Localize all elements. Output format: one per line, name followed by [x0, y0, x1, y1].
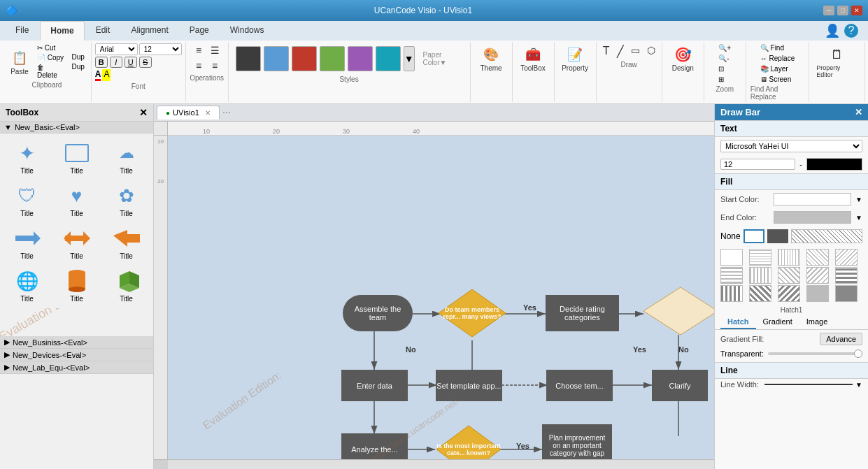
line-width-dropdown[interactable]: ▼	[855, 381, 862, 389]
hatch-9[interactable]	[835, 267, 858, 284]
toolbox-item-star[interactable]: ✦ Title	[3, 136, 51, 178]
hatch-6[interactable]	[749, 267, 771, 284]
align-center-button[interactable]: ☰	[208, 43, 222, 57]
node-plan-improvement[interactable]: Plan improvement on an important categor…	[542, 424, 612, 459]
swatch-expand[interactable]: ▼	[404, 46, 415, 71]
hatch-tab-image[interactable]: Image	[799, 315, 835, 329]
node-choose-template[interactable]: Choose tem...	[546, 370, 613, 401]
hatch-pattern-cell-1[interactable]	[791, 229, 862, 243]
toolbox-item-arrow2[interactable]: Title	[52, 222, 101, 263]
draw-bar-font-select[interactable]: Microsoft YaHei UI	[720, 140, 862, 152]
start-color-dropdown[interactable]: ▼	[855, 196, 862, 203]
expand-icon[interactable]: ⋯	[222, 108, 231, 117]
transparent-slider-thumb[interactable]	[854, 349, 862, 358]
toolbox-section-business[interactable]: ▶ New_Businiss-<Eval>	[0, 336, 153, 349]
toolbox-item-shield[interactable]: 🛡 Title	[3, 179, 51, 220]
draw-bar-close-icon[interactable]: ✕	[855, 107, 862, 117]
underline-button[interactable]: U	[124, 57, 137, 68]
draw-shape-button[interactable]: ⬡	[644, 43, 658, 59]
help-icon[interactable]: ?	[844, 24, 858, 38]
hatch-0[interactable]	[720, 249, 743, 266]
toolbox-button[interactable]: 🧰 ToolBox	[518, 43, 548, 73]
hatch-selected-cell[interactable]	[744, 229, 764, 243]
toolbox-item-cylinder[interactable]: Title	[52, 264, 101, 305]
hatch-11[interactable]	[749, 285, 771, 302]
find-button[interactable]: 🔍 Find	[758, 43, 797, 52]
font-color-picker[interactable]	[806, 158, 862, 171]
end-color-box[interactable]	[774, 211, 851, 224]
hatch-14[interactable]	[835, 285, 858, 302]
layer-button[interactable]: 📚 Layer	[758, 64, 797, 73]
node-decide-rating[interactable]: Decide rating categories	[546, 295, 619, 331]
tab-edit[interactable]: Edit	[86, 21, 120, 41]
swatch-cyan[interactable]	[376, 46, 401, 71]
h-scrollbar[interactable]	[168, 460, 714, 469]
swatch-red[interactable]	[292, 46, 317, 71]
tab-alignment[interactable]: Alignment	[121, 21, 178, 41]
dup-button-2[interactable]: Dup	[70, 62, 87, 71]
font-size-select[interactable]: 12	[139, 43, 182, 55]
zoom-reset-button[interactable]: ⊞	[716, 75, 733, 84]
hatch-5[interactable]	[720, 267, 743, 284]
delete-button[interactable]: 🗑 Delete	[35, 63, 67, 80]
strikethrough-button[interactable]: S	[139, 57, 152, 68]
tab-file[interactable]: File	[6, 21, 38, 41]
swatch-green[interactable]	[320, 46, 345, 71]
node-clarify[interactable]: Clarify	[652, 370, 708, 401]
theme-button[interactable]: 🎨 Theme	[477, 43, 504, 73]
canvas-tab-close[interactable]: ✕	[205, 109, 211, 117]
toolbox-item-cloud[interactable]: ☁ Title	[102, 136, 150, 178]
node-analyze[interactable]: Analyze the...	[341, 433, 408, 459]
italic-button[interactable]: I	[110, 57, 122, 68]
toolbox-section-basic[interactable]: ▼ New_Basic-<Eval>	[0, 122, 153, 134]
toolbox-section-lab[interactable]: ▶ New_Lab_Equ-<Eval>	[0, 361, 153, 374]
hatch-13[interactable]	[806, 285, 829, 302]
property-editor-button[interactable]: 🗒 Property Editor	[813, 43, 860, 80]
hatch-7[interactable]	[778, 267, 800, 284]
dup-button-1[interactable]: Dup	[70, 52, 87, 62]
maximize-button[interactable]: □	[837, 6, 848, 15]
hatch-tab-gradient[interactable]: Gradient	[756, 315, 799, 329]
draw-rect-button[interactable]: ▭	[628, 43, 643, 59]
hatch-1[interactable]	[749, 249, 771, 266]
hatch-12[interactable]	[778, 285, 800, 302]
swatch-dark[interactable]	[236, 46, 261, 71]
zoom-out-button[interactable]: 🔍-	[716, 54, 733, 63]
align-justify-button[interactable]: ≡	[208, 59, 222, 73]
property-button[interactable]: 📝 Property	[559, 43, 591, 73]
toolbox-item-flower[interactable]: ✿ Title	[102, 179, 150, 220]
toolbox-item-box3d[interactable]: Title	[102, 264, 150, 305]
toolbox-item-arrow1[interactable]: Title	[3, 222, 51, 263]
toolbox-item-globe[interactable]: 🌐 Title	[3, 264, 51, 305]
hatch-10[interactable]	[720, 285, 743, 302]
align-left-button[interactable]: ≡	[192, 43, 206, 57]
hatch-tab-hatch[interactable]: Hatch	[720, 315, 756, 329]
zoom-fit-button[interactable]: ⊡	[716, 64, 733, 73]
hatch-8[interactable]	[806, 267, 829, 284]
tab-home[interactable]: Home	[40, 21, 84, 41]
advance-button[interactable]: Advance	[820, 333, 862, 345]
swatch-blue[interactable]	[264, 46, 289, 71]
hatch-3[interactable]	[806, 249, 829, 266]
node-set-template[interactable]: Set template app...	[436, 370, 502, 401]
toolbox-close-icon[interactable]: ✕	[139, 107, 148, 118]
canvas-tab-uvisio1[interactable]: ● UVisio1 ✕	[157, 106, 220, 120]
align-right-button[interactable]: ≡	[192, 59, 206, 73]
draw-bar-font-size[interactable]	[720, 159, 795, 170]
design-button[interactable]: 🎯 Design	[669, 43, 697, 73]
start-color-box[interactable]	[774, 193, 851, 205]
node-assemble-team[interactable]: Assemble the team	[343, 295, 413, 331]
bold-button[interactable]: B	[95, 57, 108, 68]
tab-page[interactable]: Page	[180, 21, 219, 41]
toolbox-section-devices[interactable]: ▶ New_Devices-<Eval>	[0, 349, 153, 361]
node-enter-data[interactable]: Enter data	[341, 370, 408, 401]
hatch-4[interactable]	[835, 249, 858, 266]
close-button[interactable]: ✕	[851, 6, 862, 15]
toolbox-item-rect[interactable]: Title	[52, 136, 101, 178]
hatch-2[interactable]	[778, 249, 800, 266]
node-empty-diamond[interactable]	[642, 286, 714, 336]
tab-windows[interactable]: Windows	[220, 21, 274, 41]
toolbox-item-heart[interactable]: ♥ Title	[52, 179, 101, 220]
swatch-purple[interactable]	[348, 46, 373, 71]
font-family-select[interactable]: Arial	[95, 43, 138, 55]
